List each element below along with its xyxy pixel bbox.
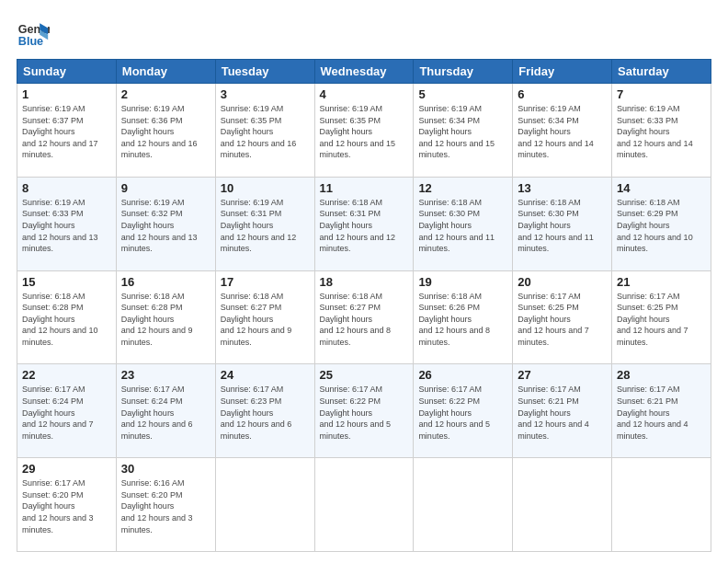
calendar-cell: 9 Sunrise: 6:19 AM Sunset: 6:32 PM Dayli… bbox=[116, 177, 215, 270]
calendar-header-row: SundayMondayTuesdayWednesdayThursdayFrid… bbox=[17, 60, 711, 84]
calendar-cell: 11 Sunrise: 6:18 AM Sunset: 6:31 PM Dayl… bbox=[314, 177, 414, 270]
logo: General Blue bbox=[17, 17, 50, 50]
day-number: 7 bbox=[617, 87, 706, 101]
day-info: Sunrise: 6:17 AM Sunset: 6:25 PM Dayligh… bbox=[617, 291, 706, 349]
day-number: 28 bbox=[617, 368, 706, 382]
day-info: Sunrise: 6:18 AM Sunset: 6:28 PM Dayligh… bbox=[22, 291, 111, 349]
day-number: 19 bbox=[418, 275, 507, 289]
col-header-saturday: Saturday bbox=[612, 60, 711, 84]
day-info: Sunrise: 6:18 AM Sunset: 6:30 PM Dayligh… bbox=[518, 197, 607, 255]
day-number: 22 bbox=[22, 368, 111, 382]
day-info: Sunrise: 6:17 AM Sunset: 6:22 PM Dayligh… bbox=[320, 384, 409, 442]
col-header-tuesday: Tuesday bbox=[215, 60, 314, 84]
calendar-cell bbox=[612, 458, 711, 552]
day-info: Sunrise: 6:17 AM Sunset: 6:24 PM Dayligh… bbox=[22, 384, 111, 442]
day-number: 27 bbox=[518, 368, 607, 382]
calendar-cell: 26 Sunrise: 6:17 AM Sunset: 6:22 PM Dayl… bbox=[414, 364, 513, 458]
col-header-wednesday: Wednesday bbox=[314, 60, 414, 84]
day-number: 21 bbox=[617, 275, 706, 289]
day-number: 12 bbox=[418, 181, 507, 195]
calendar-cell: 6 Sunrise: 6:19 AM Sunset: 6:34 PM Dayli… bbox=[513, 84, 612, 178]
calendar-cell: 21 Sunrise: 6:17 AM Sunset: 6:25 PM Dayl… bbox=[612, 270, 711, 364]
calendar-cell bbox=[414, 458, 513, 552]
calendar-cell: 30 Sunrise: 6:16 AM Sunset: 6:20 PM Dayl… bbox=[116, 458, 215, 552]
calendar-week-row: 15 Sunrise: 6:18 AM Sunset: 6:28 PM Dayl… bbox=[17, 270, 711, 364]
day-number: 23 bbox=[121, 368, 210, 382]
day-number: 5 bbox=[418, 87, 507, 101]
calendar-table: SundayMondayTuesdayWednesdayThursdayFrid… bbox=[17, 59, 711, 552]
calendar-cell: 12 Sunrise: 6:18 AM Sunset: 6:30 PM Dayl… bbox=[414, 177, 513, 270]
day-number: 9 bbox=[121, 181, 210, 195]
calendar-cell: 1 Sunrise: 6:19 AM Sunset: 6:37 PM Dayli… bbox=[17, 84, 117, 178]
calendar-cell: 10 Sunrise: 6:19 AM Sunset: 6:31 PM Dayl… bbox=[215, 177, 314, 270]
day-info: Sunrise: 6:19 AM Sunset: 6:37 PM Dayligh… bbox=[22, 103, 111, 161]
day-info: Sunrise: 6:17 AM Sunset: 6:24 PM Dayligh… bbox=[121, 384, 210, 442]
day-number: 2 bbox=[121, 87, 210, 101]
day-number: 6 bbox=[518, 87, 607, 101]
day-number: 26 bbox=[418, 368, 507, 382]
calendar-week-row: 8 Sunrise: 6:19 AM Sunset: 6:33 PM Dayli… bbox=[17, 177, 711, 270]
calendar-cell: 16 Sunrise: 6:18 AM Sunset: 6:28 PM Dayl… bbox=[116, 270, 215, 364]
day-info: Sunrise: 6:17 AM Sunset: 6:22 PM Dayligh… bbox=[418, 384, 507, 442]
day-info: Sunrise: 6:17 AM Sunset: 6:20 PM Dayligh… bbox=[22, 477, 111, 535]
day-number: 13 bbox=[518, 181, 607, 195]
logo-icon: General Blue bbox=[17, 17, 50, 50]
day-info: Sunrise: 6:18 AM Sunset: 6:29 PM Dayligh… bbox=[617, 197, 706, 255]
day-number: 16 bbox=[121, 275, 210, 289]
day-number: 18 bbox=[320, 275, 409, 289]
svg-text:Blue: Blue bbox=[18, 35, 43, 48]
day-info: Sunrise: 6:16 AM Sunset: 6:20 PM Dayligh… bbox=[121, 477, 210, 535]
day-number: 14 bbox=[617, 181, 706, 195]
day-info: Sunrise: 6:17 AM Sunset: 6:21 PM Dayligh… bbox=[518, 384, 607, 442]
calendar-cell bbox=[513, 458, 612, 552]
calendar-cell bbox=[215, 458, 314, 552]
day-number: 17 bbox=[221, 275, 310, 289]
day-number: 3 bbox=[221, 87, 310, 101]
calendar-cell: 5 Sunrise: 6:19 AM Sunset: 6:34 PM Dayli… bbox=[414, 84, 513, 178]
calendar-cell: 20 Sunrise: 6:17 AM Sunset: 6:25 PM Dayl… bbox=[513, 270, 612, 364]
calendar-cell: 7 Sunrise: 6:19 AM Sunset: 6:33 PM Dayli… bbox=[612, 84, 711, 178]
day-info: Sunrise: 6:18 AM Sunset: 6:31 PM Dayligh… bbox=[320, 197, 409, 255]
header: General Blue bbox=[17, 17, 711, 50]
day-number: 29 bbox=[22, 462, 111, 476]
calendar-cell: 28 Sunrise: 6:17 AM Sunset: 6:21 PM Dayl… bbox=[612, 364, 711, 458]
calendar-cell: 29 Sunrise: 6:17 AM Sunset: 6:20 PM Dayl… bbox=[17, 458, 117, 552]
calendar-cell: 4 Sunrise: 6:19 AM Sunset: 6:35 PM Dayli… bbox=[314, 84, 414, 178]
calendar-week-row: 1 Sunrise: 6:19 AM Sunset: 6:37 PM Dayli… bbox=[17, 84, 711, 178]
calendar-cell bbox=[314, 458, 414, 552]
day-info: Sunrise: 6:19 AM Sunset: 6:35 PM Dayligh… bbox=[320, 103, 409, 161]
day-number: 8 bbox=[22, 181, 111, 195]
calendar-cell: 27 Sunrise: 6:17 AM Sunset: 6:21 PM Dayl… bbox=[513, 364, 612, 458]
day-info: Sunrise: 6:18 AM Sunset: 6:28 PM Dayligh… bbox=[121, 291, 210, 349]
col-header-thursday: Thursday bbox=[414, 60, 513, 84]
day-info: Sunrise: 6:17 AM Sunset: 6:21 PM Dayligh… bbox=[617, 384, 706, 442]
day-info: Sunrise: 6:19 AM Sunset: 6:35 PM Dayligh… bbox=[221, 103, 310, 161]
col-header-monday: Monday bbox=[116, 60, 215, 84]
day-number: 20 bbox=[518, 275, 607, 289]
col-header-friday: Friday bbox=[513, 60, 612, 84]
day-info: Sunrise: 6:19 AM Sunset: 6:31 PM Dayligh… bbox=[221, 197, 310, 255]
day-info: Sunrise: 6:17 AM Sunset: 6:23 PM Dayligh… bbox=[221, 384, 310, 442]
calendar-cell: 25 Sunrise: 6:17 AM Sunset: 6:22 PM Dayl… bbox=[314, 364, 414, 458]
calendar-week-row: 22 Sunrise: 6:17 AM Sunset: 6:24 PM Dayl… bbox=[17, 364, 711, 458]
calendar-cell: 23 Sunrise: 6:17 AM Sunset: 6:24 PM Dayl… bbox=[116, 364, 215, 458]
day-number: 25 bbox=[320, 368, 409, 382]
day-info: Sunrise: 6:18 AM Sunset: 6:30 PM Dayligh… bbox=[418, 197, 507, 255]
day-info: Sunrise: 6:19 AM Sunset: 6:34 PM Dayligh… bbox=[418, 103, 507, 161]
day-info: Sunrise: 6:19 AM Sunset: 6:33 PM Dayligh… bbox=[22, 197, 111, 255]
day-number: 1 bbox=[22, 87, 111, 101]
calendar-cell: 13 Sunrise: 6:18 AM Sunset: 6:30 PM Dayl… bbox=[513, 177, 612, 270]
day-number: 10 bbox=[221, 181, 310, 195]
day-number: 30 bbox=[121, 462, 210, 476]
day-info: Sunrise: 6:19 AM Sunset: 6:36 PM Dayligh… bbox=[121, 103, 210, 161]
calendar-week-row: 29 Sunrise: 6:17 AM Sunset: 6:20 PM Dayl… bbox=[17, 458, 711, 552]
day-info: Sunrise: 6:19 AM Sunset: 6:32 PM Dayligh… bbox=[121, 197, 210, 255]
calendar-cell: 24 Sunrise: 6:17 AM Sunset: 6:23 PM Dayl… bbox=[215, 364, 314, 458]
calendar-page: General Blue SundayMondayTuesdayWednesda… bbox=[0, 0, 728, 563]
day-info: Sunrise: 6:19 AM Sunset: 6:34 PM Dayligh… bbox=[518, 103, 607, 161]
day-number: 15 bbox=[22, 275, 111, 289]
day-info: Sunrise: 6:18 AM Sunset: 6:26 PM Dayligh… bbox=[418, 291, 507, 349]
day-info: Sunrise: 6:18 AM Sunset: 6:27 PM Dayligh… bbox=[320, 291, 409, 349]
day-number: 4 bbox=[320, 87, 409, 101]
col-header-sunday: Sunday bbox=[17, 60, 117, 84]
